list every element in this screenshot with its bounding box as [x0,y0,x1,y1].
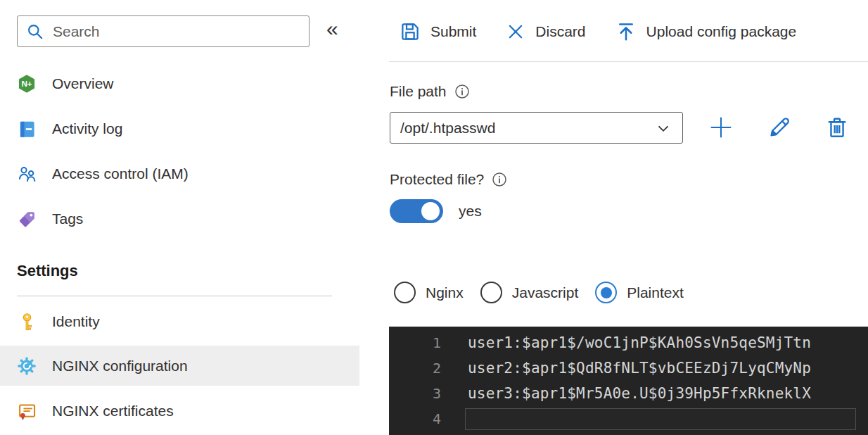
editor-line[interactable]: 1 user1:$apr1$/woC1jnP$KAh0SsVn5qeSMjTtn [389,330,868,355]
sidebar-item-activity-log[interactable]: Activity log [0,108,359,150]
discard-button[interactable]: Discard [506,22,585,42]
discard-label: Discard [535,23,585,40]
sidebar-item-access-control[interactable]: Access control (IAM) [0,153,359,195]
radio-circle [480,282,502,303]
upload-icon [615,21,637,42]
line-number: 4 [389,410,441,427]
file-path-value: /opt/.htpasswd [400,120,495,137]
protected-file-toggle[interactable] [390,199,443,223]
svg-text:N+: N+ [21,79,32,88]
radio-label: Plaintext [627,284,684,301]
file-path-label: File path [390,83,447,100]
file-path-label-row: File path [390,83,471,100]
search-box[interactable] [17,15,309,47]
sidebar-item-label: Overview [52,75,114,92]
sidebar-item-overview[interactable]: N+ Overview [0,63,359,105]
dismiss-icon [506,22,525,42]
nginx-plus-icon: N+ [17,74,37,94]
collapse-sidebar-icon[interactable]: « [326,18,338,39]
nginx-configuration-panel: Submit Discard Upload config package Fil… [389,0,868,435]
upload-label: Upload config package [646,23,797,40]
info-icon[interactable] [454,83,471,100]
radio-plaintext[interactable]: Plaintext [595,282,684,303]
gear-sync-icon [17,356,37,376]
sidebar-item-nginx-configuration[interactable]: NGINX configuration [0,346,359,386]
sidebar-item-label: Tags [52,210,83,227]
line-text: user3:$apr1$Mr5A0e.U$0j39Hp5FfxRkneklX [468,385,811,402]
tags-icon [17,209,37,229]
file-path-dropdown[interactable]: /opt/.htpasswd [390,112,683,144]
radio-label: Javascript [512,284,579,301]
edit-file-button[interactable] [763,111,796,144]
sidebar-item-label: Activity log [52,120,122,137]
upload-config-package-button[interactable]: Upload config package [615,21,797,42]
radio-javascript[interactable]: Javascript [480,282,579,303]
save-icon [400,21,421,42]
protected-file-toggle-row: yes [390,199,482,223]
submit-label: Submit [430,23,476,40]
protected-file-label-row: Protected file? [390,171,508,188]
toolbar-divider [389,61,868,62]
line-text: user2:$apr1$QdR8fNLT$vbCEEzDj7LyqCMyNp [468,360,811,377]
chevron-down-icon [654,119,672,137]
line-text: user1:$apr1$/woC1jnP$KAh0SsVn5qeSMjTtn [468,334,811,351]
editor-current-line-box[interactable] [465,408,856,430]
sidebar-item-label: NGINX configuration [52,358,188,374]
search-icon [26,23,44,41]
line-number: 3 [389,385,441,402]
radio-circle [595,282,617,303]
editor-line[interactable]: 3 user3:$apr1$Mr5A0e.U$0j39Hp5FfxRkneklX [389,381,868,406]
add-file-button[interactable] [705,111,737,144]
file-content-editor[interactable]: 1 user1:$apr1$/woC1jnP$KAh0SsVn5qeSMjTtn… [389,327,868,435]
radio-label: Nginx [426,284,464,301]
access-control-icon [17,164,37,184]
line-number: 1 [389,334,441,351]
plus-icon [708,114,734,141]
key-icon [17,312,37,332]
toolbar: Submit Discard Upload config package [400,17,796,46]
sidebar-item-label: Identity [52,313,100,330]
radio-nginx[interactable]: Nginx [394,282,464,303]
settings-section-header: Settings [17,262,78,280]
certificate-icon [17,401,37,421]
sidebar-item-nginx-certificates[interactable]: NGINX certificates [0,392,359,430]
sidebar-item-identity[interactable]: Identity [0,303,359,341]
protected-file-label: Protected file? [390,171,484,188]
line-number: 2 [389,360,441,377]
delete-file-button[interactable] [821,111,853,144]
pencil-icon [767,115,792,140]
radio-circle [394,282,416,303]
sidebar: « N+ Overview Activity log [0,0,359,435]
sidebar-divider [17,296,332,296]
toggle-state-label: yes [459,203,482,220]
submit-button[interactable]: Submit [400,21,476,42]
editor-line[interactable]: 2 user2:$apr1$QdR8fNLT$vbCEEzDj7LyqCMyNp [389,355,868,381]
toggle-knob [421,202,440,220]
syntax-radio-group: Nginx Javascript Plaintext [394,282,684,303]
trash-icon [824,115,850,140]
sidebar-item-tags[interactable]: Tags [0,198,359,240]
sidebar-item-label: Access control (IAM) [52,165,189,182]
info-icon[interactable] [491,171,508,188]
sidebar-item-label: NGINX certificates [52,403,174,420]
activity-log-icon [17,119,37,139]
search-input[interactable] [51,23,300,41]
